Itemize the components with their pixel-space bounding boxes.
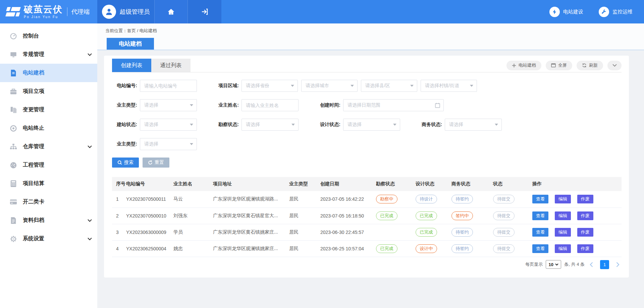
void-button[interactable]: 作废 <box>577 244 593 253</box>
edit-button[interactable]: 编辑 <box>555 195 571 203</box>
wrench-icon <box>599 7 609 17</box>
void-button[interactable]: 作废 <box>577 211 593 220</box>
shortcut-monitor-ops[interactable]: 监控运维 <box>599 7 633 17</box>
view-button[interactable]: 查看 <box>532 244 548 253</box>
prev-page-button[interactable] <box>588 262 595 267</box>
sidebar-item-console[interactable]: 控制台 <box>0 27 97 45</box>
sidebar-item-change-mgmt[interactable]: 变更管理 <box>0 101 97 119</box>
reset-button[interactable]: 重置 <box>143 158 169 168</box>
sidebar-item-general-mgmt[interactable]: 常规管理 <box>0 45 97 64</box>
edit-button[interactable]: 编辑 <box>555 211 571 220</box>
void-button[interactable]: 作废 <box>577 195 593 203</box>
total-count-label: 条, 共 4 条 <box>564 261 585 267</box>
sidebar-item-engineering-mgmt[interactable]: 工程管理 <box>0 156 97 174</box>
shortcut-station-build[interactable]: 电站建设 <box>549 7 583 17</box>
edit-button[interactable]: 编辑 <box>555 228 571 237</box>
user-menu[interactable]: 超级管理员 <box>97 0 154 23</box>
date-range-picker[interactable]: 请选择日期范围 <box>343 99 444 111</box>
per-page-select[interactable]: 10 <box>546 260 561 269</box>
monitor-icon <box>9 51 18 59</box>
next-page-button[interactable] <box>614 262 622 267</box>
add-station-button[interactable]: 电站建档 <box>506 61 541 70</box>
status-badge: 设计中 <box>416 244 437 253</box>
reset-icon <box>148 160 153 165</box>
sidebar-item-project-initiation[interactable]: 项目立项 <box>0 82 97 101</box>
sidebar-item-system-settings[interactable]: 系统设置 <box>0 230 97 248</box>
edition-label: 代理端 <box>67 7 90 16</box>
brand: 破茧云伏 Po Jian Yun Fu 代理端 <box>0 0 97 23</box>
sidebar-item-type2-card[interactable]: 开二类卡 <box>0 193 97 211</box>
province-select[interactable]: 请选择省份 <box>241 80 298 92</box>
status-badge: 待提交 <box>493 228 515 237</box>
view-button[interactable]: 查看 <box>532 228 548 237</box>
station-id: YX2023070500010 <box>126 207 173 224</box>
calculator-icon <box>9 180 18 188</box>
owner-name-field[interactable] <box>246 103 295 108</box>
filter-label: 业主姓名: <box>214 102 239 108</box>
fullscreen-icon <box>551 63 556 67</box>
station-no-input[interactable] <box>140 80 197 92</box>
avatar <box>102 5 116 19</box>
chevron-left-icon <box>590 262 593 267</box>
search-button[interactable]: 搜索 <box>112 158 139 168</box>
filter-label: 勘察状态: <box>214 122 239 128</box>
view-button[interactable]: 查看 <box>532 195 548 203</box>
status-badge: 勘察中 <box>376 195 397 203</box>
status-badge: 待签约 <box>451 228 473 237</box>
station-no-field[interactable] <box>144 83 193 88</box>
caret-down-icon <box>555 263 558 266</box>
table-header-row: 序号 电站编号 业主姓名 项目地址 业主类型 创建日期 勘察状态 设计状态 商务… <box>112 177 622 191</box>
town-select[interactable]: 请选择村镇/街道 <box>421 80 477 92</box>
owner-type2-select[interactable]: 请选择 <box>140 138 197 150</box>
user-name: 超级管理员 <box>120 8 150 16</box>
refresh-button[interactable]: 刷新 <box>577 61 603 70</box>
page-tab-station-filing[interactable]: 电站建档 <box>107 38 154 50</box>
sidebar-item-station-filing[interactable]: 电站建档 <box>0 64 97 82</box>
city-select[interactable]: 请选择城市 <box>301 80 358 92</box>
calendar-icon <box>435 103 440 108</box>
pagination: 每页显示 10 条, 共 4 条 1 <box>112 260 622 269</box>
home-button[interactable] <box>154 0 188 23</box>
sidebar-item-project-settlement[interactable]: 项目结算 <box>0 174 97 193</box>
status-badge: 已完成 <box>376 211 397 220</box>
fullscreen-button[interactable]: 全屏 <box>546 61 572 70</box>
build-status-select[interactable]: 请选择 <box>140 119 197 131</box>
list-tab-row: 创建列表 通过列表 电站建档 全屏 刷新 <box>112 59 622 72</box>
search-icon <box>117 160 122 165</box>
caret-down-icon <box>291 85 294 87</box>
station-id: YX2023063000009 <box>126 224 173 240</box>
lightning-icon <box>549 7 560 17</box>
logout-button[interactable] <box>188 0 221 23</box>
void-button[interactable]: 作废 <box>577 228 593 237</box>
tab-create-list[interactable]: 创建列表 <box>112 59 151 72</box>
app: 破茧云伏 Po Jian Yun Fu 代理端 超级管理员 电站建设 <box>0 0 644 308</box>
status-badge: 待提交 <box>493 244 515 253</box>
county-select[interactable]: 请选择县/区 <box>361 80 417 92</box>
tab-passed-list[interactable]: 通过列表 <box>151 59 191 72</box>
design-status-select[interactable]: 请选择 <box>343 119 400 131</box>
owner-type-select[interactable]: 请选择 <box>140 99 197 111</box>
sidebar: 控制台 常规管理 电站建档 项 <box>0 23 97 308</box>
main-card: 创建列表 通过列表 电站建档 全屏 刷新 <box>104 56 629 278</box>
dashboard-icon <box>9 32 18 40</box>
view-button[interactable]: 查看 <box>532 211 548 220</box>
caret-down-icon <box>291 124 295 126</box>
content: 当前位置：首页 / 电站建档 电站建档 创建列表 通过列表 电站建档 <box>97 23 644 308</box>
sidebar-item-data-archive[interactable]: 资料归档 <box>0 211 97 230</box>
status-badge: 签约中 <box>451 211 473 220</box>
collapse-toolbar-button[interactable] <box>607 61 622 70</box>
filter-label: 创建时间: <box>315 102 340 108</box>
brand-name: 破茧云伏 <box>24 5 63 14</box>
survey-status-select[interactable]: 请选择 <box>241 119 299 131</box>
credit-card-icon <box>9 198 18 206</box>
page-1-button[interactable]: 1 <box>600 260 609 269</box>
business-status-select[interactable]: 请选择 <box>445 119 502 131</box>
station-id: YX2023070500011 <box>126 191 173 207</box>
caret-down-icon <box>351 85 354 87</box>
owner-name-input[interactable] <box>241 99 299 111</box>
sidebar-item-warehouse-mgmt[interactable]: 仓库管理 <box>0 137 97 156</box>
edit-button[interactable]: 编辑 <box>555 244 571 253</box>
logout-icon <box>201 8 209 16</box>
sidebar-item-station-termination[interactable]: 电站终止 <box>0 119 97 137</box>
status-badge: 已完成 <box>376 244 397 253</box>
